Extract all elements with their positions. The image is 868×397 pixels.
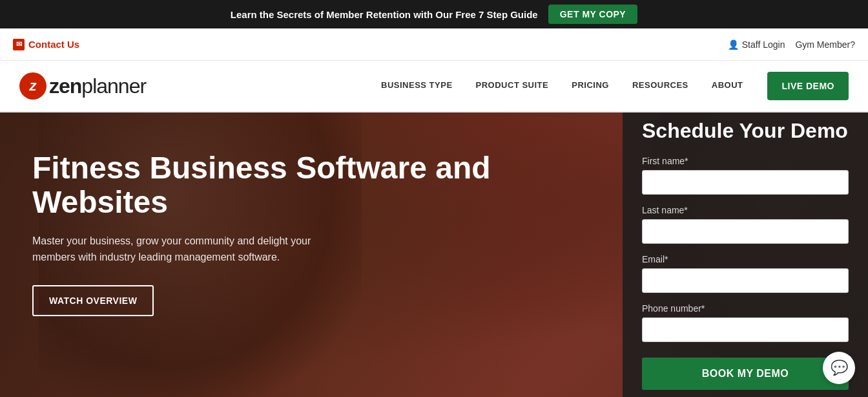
nav-item-about[interactable]: ABOUT	[700, 60, 755, 112]
first-name-group: First name*	[642, 156, 849, 195]
email-label: Email*	[642, 254, 849, 264]
phone-input[interactable]	[642, 317, 849, 342]
email-group: Email*	[642, 254, 849, 293]
staff-login-link[interactable]: 👤 Staff Login	[728, 39, 785, 50]
phone-label: Phone number*	[642, 303, 849, 314]
form-title: Schedule Your Demo	[642, 113, 849, 143]
logo-zen: zen	[49, 74, 81, 98]
book-demo-button[interactable]: BOOK MY DEMO	[642, 358, 849, 390]
main-nav: z zenplanner BUSINESS TYPE PRODUCT SUITE…	[0, 61, 868, 113]
nav-item-pricing[interactable]: PRICING	[560, 60, 621, 112]
live-demo-button[interactable]: LIVE DEMO	[767, 72, 849, 100]
secondary-nav-right: 👤 Staff Login Gym Member?	[728, 39, 855, 50]
last-name-input[interactable]	[642, 219, 849, 244]
hero-section: Fitness Business Software and Websites M…	[0, 113, 868, 397]
chat-bubble[interactable]: 💬	[823, 352, 855, 384]
last-name-group: Last name*	[642, 205, 849, 244]
logo-icon: z	[19, 72, 46, 100]
email-input[interactable]	[642, 268, 849, 293]
first-name-input[interactable]	[642, 170, 849, 195]
banner-message: Learn the Secrets of Member Retention wi…	[231, 9, 538, 20]
contact-us-link[interactable]: ✉ Contact Us	[13, 39, 79, 50]
nav-item-product-suite[interactable]: PRODUCT SUITE	[464, 60, 561, 112]
top-banner: Learn the Secrets of Member Retention wi…	[0, 0, 868, 28]
staff-login-label: Staff Login	[742, 39, 785, 50]
contact-us-label: Contact Us	[28, 39, 79, 50]
contact-icon: ✉	[13, 39, 25, 50]
logo-planner: planner	[81, 74, 146, 98]
gym-member-link[interactable]: Gym Member?	[795, 39, 855, 50]
watch-overview-button[interactable]: WATCH OVERVIEW	[32, 285, 154, 316]
chat-icon: 💬	[831, 359, 848, 376]
hero-left-content: Fitness Business Software and Websites M…	[0, 113, 623, 355]
hero-content: Fitness Business Software and Websites M…	[0, 113, 868, 397]
person-icon: 👤	[728, 39, 739, 50]
last-name-label: Last name*	[642, 205, 849, 215]
main-nav-links: BUSINESS TYPE PRODUCT SUITE PRICING RESO…	[185, 60, 754, 112]
hero-title: Fitness Business Software and Websites	[32, 151, 590, 220]
first-name-label: First name*	[642, 156, 849, 166]
phone-group: Phone number*	[642, 303, 849, 342]
logo[interactable]: z zenplanner	[19, 72, 146, 100]
nav-item-business-type[interactable]: BUSINESS TYPE	[369, 60, 464, 112]
secondary-nav: ✉ Contact Us 👤 Staff Login Gym Member?	[0, 28, 868, 61]
nav-item-resources[interactable]: RESOURCES	[621, 60, 700, 112]
hero-subtitle: Master your business, grow your communit…	[32, 233, 323, 266]
banner-cta-button[interactable]: GET MY COPY	[548, 5, 637, 24]
